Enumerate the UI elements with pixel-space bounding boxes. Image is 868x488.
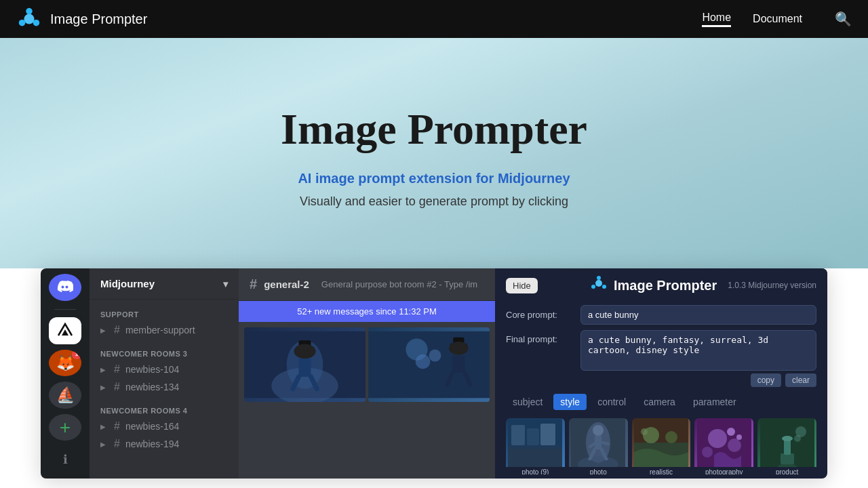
svg-rect-31 [540,424,555,445]
channel-hash-icon: # [114,324,120,336]
svg-rect-10 [299,359,311,377]
nav-document-link[interactable]: Document [753,13,802,25]
style-card-photography-label: photography [694,467,753,474]
notification-badge: 1 [72,350,81,359]
final-prompt-right: a cute bunny, fantasy, surreal, 3d carto… [580,330,816,387]
style-card-realistic[interactable]: realistic [632,418,691,474]
style-card-photo9[interactable]: photo (9) [506,418,565,474]
newbies-194-channel[interactable]: ▶ # newbies-194 [90,435,239,453]
hero-subtitle: AI image prompt extension for Midjourney [298,171,570,186]
svg-point-24 [597,276,601,280]
logo-icon [16,6,42,32]
hero-section: Image Prompter AI image prompt extension… [0,38,868,268]
member-support-channel[interactable]: ▶ # member-support [90,321,239,339]
newbies-134-channel[interactable]: ▶ # newbies-134 [90,378,239,396]
newcomer3-section-label: NEWCOMER ROOMS 3 [90,339,239,361]
style-card-photography[interactable]: photography [694,418,753,474]
discord-logo-icon [49,274,81,301]
nav-home-link[interactable]: Home [702,12,731,27]
prompter-app-name: Image Prompter [614,278,717,293]
svg-point-49 [728,439,741,452]
svg-rect-32 [508,445,562,449]
channel-hash-icon: # [114,420,120,432]
svg-point-15 [416,354,430,369]
channel-name: newbies-134 [125,382,179,392]
svg-point-59 [794,435,801,442]
svg-point-50 [702,447,713,458]
channel-hash-icon: # [114,363,120,375]
channel-hash-icon: # [250,277,257,292]
chat-image-content-2 [368,327,490,402]
search-icon[interactable]: 🔍 [835,11,852,27]
channel-list: Midjourney ▾ SUPPORT ▶ # member-support … [90,268,239,479]
new-messages-bar[interactable]: 52+ new messages since 11:32 PM [239,301,495,322]
core-prompt-input[interactable] [580,305,816,325]
expand-icon: ▶ [100,423,106,430]
expand-icon: ▶ [100,327,106,334]
chat-image-1 [244,327,366,402]
server-name: Midjourney [100,278,155,289]
svg-rect-30 [527,428,539,445]
tab-parameter[interactable]: parameter [686,394,743,410]
app-screenshot: 🦊 1 ⛵ + ℹ Midjourney ▾ SUPPORT ▶ # membe… [41,268,827,479]
svg-point-0 [24,14,34,24]
final-prompt-textarea[interactable]: a cute bunny, fantasy, surreal, 3d carto… [580,330,816,371]
svg-point-1 [26,8,33,15]
fox-server-icon[interactable]: 🦊 1 [49,350,81,377]
clear-button[interactable]: clear [785,373,816,387]
hide-button[interactable]: Hide [506,278,538,293]
ship-server-icon[interactable]: ⛵ [49,382,81,409]
svg-point-19 [449,342,469,355]
channel-hash-icon: # [114,438,120,450]
style-card-product[interactable]: product photography [757,418,816,474]
discord-sidebar: 🦊 1 ⛵ + ℹ [41,268,90,479]
channel-name: newbies-164 [125,421,179,432]
style-card-photo-label: photo [569,467,628,474]
svg-point-45 [665,431,677,443]
nav-logo: Image Prompter [16,6,702,32]
tab-subject[interactable]: subject [506,394,549,410]
prompter-panel: Hide Image Prompter 1.0.3 Midjourney ver… [495,268,827,479]
final-prompt-actions: copy clear [580,373,816,387]
svg-point-2 [33,20,40,26]
chat-area: # general-2 General purpose bot room #2 … [239,268,495,479]
style-card-photo[interactable]: photo [569,418,628,474]
style-card-realistic-image [632,418,691,467]
svg-point-26 [591,285,595,289]
prompter-header: Hide Image Prompter 1.0.3 Midjourney ver… [495,268,827,302]
tab-camera[interactable]: camera [637,394,682,410]
chat-image-2 [368,327,490,402]
tab-style[interactable]: style [553,394,587,410]
core-prompt-row: Core prompt: [495,302,827,327]
style-cards-grid: photo (9) [495,414,827,479]
server-chevron-icon: ▾ [223,279,228,289]
info-icon: ℹ [49,446,81,473]
svg-rect-54 [781,453,794,464]
style-card-product-label: product photography [757,467,816,474]
svg-rect-29 [511,425,525,445]
nav-title: Image Prompter [50,12,147,27]
style-card-product-image [757,418,816,467]
chat-channel-desc: General purpose bot room #2 - Type /im [321,279,477,289]
tab-control[interactable]: control [591,394,633,410]
channel-name: newbies-194 [125,439,179,449]
midjourney-server-icon[interactable] [49,317,81,344]
channel-hash-icon: # [114,381,120,393]
hero-title: Image Prompter [281,104,587,155]
newbies-164-channel[interactable]: ▶ # newbies-164 [90,418,239,435]
screenshot-wrapper: 🦊 1 ⛵ + ℹ Midjourney ▾ SUPPORT ▶ # membe… [0,268,868,488]
style-card-photo9-image [506,418,565,467]
svg-point-48 [708,429,727,448]
copy-button[interactable]: copy [751,373,781,387]
chat-images-grid [239,322,495,407]
server-header[interactable]: Midjourney ▾ [90,268,239,300]
svg-point-25 [602,285,606,289]
final-prompt-label: Final prompt: [506,330,574,344]
add-server-button[interactable]: + [49,414,81,441]
newbies-104-channel[interactable]: ▶ # newbies-104 [90,361,239,378]
prompter-logo-icon [591,275,607,296]
chat-header: # general-2 General purpose bot room #2 … [239,268,495,301]
svg-point-9 [294,344,315,359]
nav-links: Home Document 🔍 [702,11,852,27]
chat-image-content-1 [244,327,366,402]
